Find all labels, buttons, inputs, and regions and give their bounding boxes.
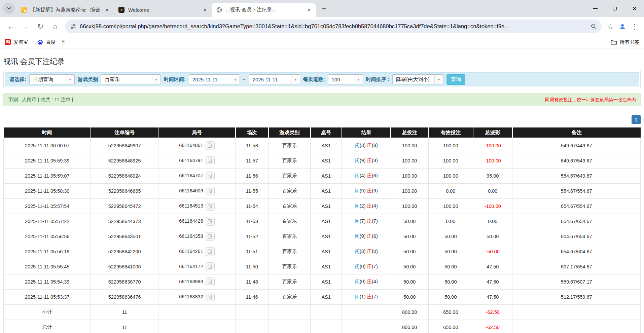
site-info-icon[interactable]	[70, 23, 76, 30]
profile-avatar[interactable]	[616, 21, 629, 33]
page-content: 视讯 会员下注纪录 请选择: 日期查询 ▾ 游戏类别 百家乐 ▾ 时间区间: 2…	[0, 57, 644, 333]
forum-favicon-icon	[21, 7, 27, 13]
cell-bet-id: 522958636476	[91, 289, 158, 304]
tab-close-button[interactable]	[103, 6, 110, 13]
game-type-select[interactable]: 百家乐 ▾	[101, 74, 161, 84]
search-button[interactable]: 查询	[446, 74, 465, 85]
cell-valid-bet: 0.00	[428, 183, 473, 198]
date-from-select[interactable]: 2025-11-11 ▾	[189, 74, 240, 84]
tab-search-button[interactable]	[3, 3, 15, 14]
cell-valid-bet: 50.00	[428, 259, 473, 274]
cell-game-type: 百家乐	[269, 259, 311, 274]
round-media-button[interactable]	[206, 293, 215, 301]
cell-total-bet[interactable]: 50.00	[391, 244, 428, 259]
cell-total-bet[interactable]: 50.00	[391, 274, 428, 289]
table-row: 2025-11-11 05:57:54 522958645472 6611645…	[4, 198, 641, 214]
sort-select[interactable]: 降幂(由大到小) ▾	[392, 74, 443, 84]
cell-table: AS1	[311, 274, 342, 289]
cell-result: 闲(9) 庄(9)	[342, 183, 391, 198]
tab-title: Welcome	[128, 7, 201, 13]
bookmark-taobao[interactable]: 淘 爱淘宝	[5, 39, 28, 45]
round-media-button[interactable]	[206, 262, 215, 271]
cell-time: 2025-11-11 05:59:07	[4, 168, 91, 183]
cell-total-bet[interactable]: 100.00	[391, 183, 428, 198]
cell-payout: -50.00	[473, 244, 512, 259]
reload-button[interactable]: ↻	[34, 20, 47, 33]
page-1-button[interactable]: 1	[632, 115, 641, 124]
table-row: 2025-11-11 05:54:39 522958638770 6611639…	[4, 274, 641, 289]
cell-total-bet[interactable]: 100.00	[391, 153, 428, 168]
bookmark-baidu[interactable]: 百度一下	[37, 39, 66, 45]
round-media-button[interactable]	[206, 141, 215, 150]
column-header: 桌号	[311, 127, 342, 138]
cell-table: AS1	[311, 289, 342, 304]
tab-bet-records[interactable]: :::视讯 会员下注纪录:::	[212, 3, 316, 17]
per-page-select[interactable]: 100 ▾	[328, 74, 363, 84]
cell-total-bet[interactable]: 100.00	[391, 198, 428, 214]
cell-session: 11-46	[236, 289, 269, 304]
cell-total-bet[interactable]: 100.00	[391, 138, 428, 153]
new-tab-button[interactable]: +	[319, 3, 329, 14]
round-media-button[interactable]	[206, 187, 215, 195]
globe-icon	[216, 7, 222, 13]
sort-label: 时间排序 :	[366, 76, 389, 83]
cell-time: 2025-11-11 06:00:07	[4, 138, 91, 153]
all-bookmarks-button[interactable]: 所有书签	[611, 39, 639, 45]
tab-welcome[interactable]: ♦ Welcome	[114, 3, 212, 17]
close-window-button[interactable]	[624, 0, 644, 17]
cell-bet-id: 522958644373	[91, 214, 158, 229]
cell-bet-id: 522958648925	[91, 153, 158, 168]
tab-forum[interactable]: 【新提醒】海燕策略论坛 - 综合	[16, 3, 114, 17]
table-row: 2025-11-11 05:58:30 522958646665 6611646…	[4, 183, 641, 198]
round-media-button[interactable]	[206, 156, 215, 165]
forward-button[interactable]: →	[19, 20, 32, 33]
tab-close-button[interactable]	[201, 6, 208, 13]
address-bar[interactable]: 66cxkj98.com/ipl/portal.php/game/betreco…	[65, 20, 602, 33]
round-media-button[interactable]	[206, 172, 215, 180]
cell-result: 闲(3) 庄(8)	[342, 138, 391, 153]
cell-total-bet[interactable]: 50.00	[391, 214, 428, 229]
cell-total-bet[interactable]: 100.00	[391, 168, 428, 183]
home-button[interactable]: ⌂	[49, 20, 62, 33]
query-type-select[interactable]: 日期查询 ▾	[29, 74, 75, 84]
chevron-down-icon: ▾	[231, 75, 240, 84]
bookmarks-bar: 淘 爱淘宝 百度一下 所有书签	[0, 36, 644, 48]
bookmark-star-icon[interactable]: ☆	[604, 21, 616, 33]
round-number: 661164358	[179, 233, 203, 238]
round-media-button[interactable]	[206, 247, 215, 256]
zoom-icon[interactable]	[591, 23, 597, 30]
date-to-select[interactable]: 2025-11-11 ▾	[249, 74, 300, 84]
url-text: 66cxkj98.com/ipl/portal.php/game/betreco…	[80, 23, 587, 30]
round-media-button[interactable]	[206, 232, 215, 241]
cell-payout: 47.50	[473, 259, 512, 274]
back-button[interactable]: ←	[4, 20, 17, 33]
minimize-button[interactable]	[585, 0, 605, 17]
maximize-button[interactable]	[605, 0, 624, 17]
taobao-icon: 淘	[5, 39, 11, 45]
tab-close-button[interactable]	[305, 6, 313, 13]
cell-table: AS1	[311, 244, 342, 259]
cell-valid-bet: 100.00	[428, 198, 473, 214]
close-icon	[105, 8, 109, 12]
cell-result: 闲(1) 庄(7)	[342, 289, 391, 304]
round-media-button[interactable]	[206, 217, 215, 226]
round-number: 661163832	[179, 294, 203, 299]
table-row: 2025-11-11 05:53:37 522958636476 6611638…	[4, 289, 641, 304]
browser-toolbar: ← → ↻ ⌂ 66cxkj98.com/ipl/portal.php/game…	[0, 17, 644, 36]
menu-kebab-icon[interactable]: ⋮	[629, 21, 641, 33]
cell-round: 661164172	[158, 259, 235, 274]
cell-total-bet[interactable]: 50.00	[391, 289, 428, 304]
round-media-button[interactable]	[206, 202, 215, 211]
cell-bet-id: 522958649907	[91, 138, 158, 153]
summary-count: 11	[91, 304, 158, 320]
cell-round: 661164426	[158, 214, 235, 229]
round-number: 661164426	[179, 218, 203, 223]
round-media-button[interactable]	[206, 278, 215, 286]
cell-total-bet[interactable]: 50.00	[391, 259, 428, 274]
cell-total-bet[interactable]: 50.00	[391, 229, 428, 244]
picture-icon	[208, 219, 213, 224]
column-header: 时间	[4, 127, 91, 138]
column-header: 有效投注	[428, 127, 473, 138]
round-number: 661164609	[179, 188, 203, 193]
cell-time: 2025-11-11 05:59:39	[4, 153, 91, 168]
